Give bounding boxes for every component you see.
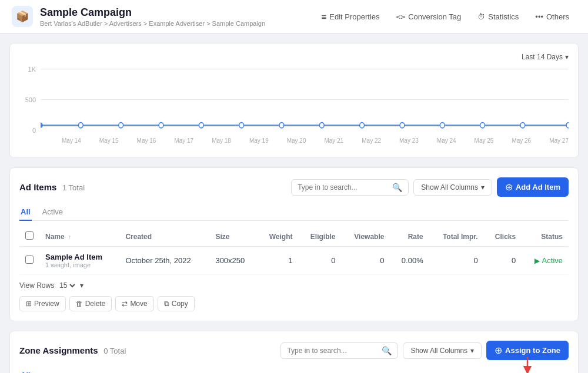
- chevron-down-icon: ▾: [565, 53, 569, 61]
- plus-icon: ⊕: [505, 182, 513, 193]
- y-label-0: 0: [19, 127, 36, 134]
- menu-icon: ≡: [322, 12, 327, 22]
- delete-button[interactable]: 🗑 Delete: [69, 296, 112, 311]
- date-range-button[interactable]: Last 14 Days ▾: [522, 53, 569, 61]
- show-all-columns-button[interactable]: Show All Columns ▾: [413, 179, 492, 196]
- search-icon: 🔍: [382, 346, 392, 355]
- svg-point-13: [440, 123, 445, 128]
- svg-point-8: [239, 123, 244, 128]
- ad-items-search-box: 🔍: [291, 179, 409, 196]
- copy-button[interactable]: ⧉ Copy: [158, 296, 195, 311]
- row-total-impr: 0: [429, 247, 484, 275]
- tab-all[interactable]: All: [19, 204, 32, 221]
- row-rate: 0.00%: [390, 247, 429, 275]
- ad-items-tabs: All Active: [19, 204, 569, 221]
- clock-icon: ⏱: [477, 12, 485, 21]
- header-left: 📦 Sample Campaign Bert Varlas's AdButler…: [12, 6, 265, 27]
- col-eligible: Eligible: [299, 227, 342, 247]
- row-clicks: 0: [484, 247, 522, 275]
- svg-point-4: [78, 123, 83, 128]
- chevron-down-icon: ▾: [481, 183, 485, 191]
- svg-point-12: [400, 123, 405, 128]
- move-button[interactable]: ⇄ Move: [115, 296, 153, 311]
- date-range-label: Last 14 Days: [522, 53, 563, 61]
- svg-point-11: [360, 123, 365, 128]
- svg-point-16: [566, 123, 569, 128]
- chevron-down-icon: ▾: [80, 281, 83, 290]
- chart-y-labels: 1K 500 0: [19, 66, 36, 148]
- page-title: Sample Campaign: [40, 6, 265, 19]
- select-all-checkbox[interactable]: [25, 231, 34, 240]
- row-checkbox[interactable]: [25, 256, 34, 264]
- table-header-row: Name ↑ Created Size Weight Eligible View…: [19, 227, 569, 247]
- view-rows-label: View Rows: [19, 281, 54, 290]
- zone-assignments-controls: 🔍 Show All Columns ▾ ⊕ Assign to Zone: [280, 341, 569, 360]
- row-created: October 25th, 2022: [119, 247, 209, 275]
- svg-point-10: [319, 123, 324, 128]
- row-viewable: 0: [342, 247, 390, 275]
- app-header: 📦 Sample Campaign Bert Varlas's AdButler…: [0, 0, 588, 33]
- row-checkbox-cell: [19, 247, 39, 275]
- row-weight: 1: [258, 247, 299, 275]
- ad-items-count: 1 Total: [62, 183, 85, 192]
- svg-point-15: [520, 123, 525, 128]
- col-size: Size: [209, 227, 257, 247]
- action-buttons: ⊞ Preview 🗑 Delete ⇄ Move ⧉ Copy: [19, 296, 569, 311]
- chart-container: 1K 500 0: [19, 66, 569, 148]
- col-weight: Weight: [258, 227, 299, 247]
- ad-items-table-head: Name ↑ Created Size Weight Eligible View…: [19, 227, 569, 247]
- col-rate: Rate: [390, 227, 429, 247]
- ad-items-controls: 🔍 Show All Columns ▾ ⊕ Add Ad Item: [291, 177, 569, 197]
- col-clicks: Clicks: [484, 227, 522, 247]
- statistics-button[interactable]: ⏱ Statistics: [470, 9, 526, 25]
- breadcrumb: Bert Varlas's AdButler > Advertisers > E…: [40, 20, 265, 27]
- edit-properties-button[interactable]: ≡ Edit Properties: [315, 8, 387, 25]
- svg-point-5: [119, 123, 123, 128]
- zone-assignments-card: Zone Assignments 0 Total 🔍 Show All Colu…: [9, 331, 579, 373]
- zone-search-input[interactable]: [287, 347, 378, 355]
- row-eligible: 0: [299, 247, 342, 275]
- ad-items-table-body: Sample Ad Item 1 weight, image October 2…: [19, 247, 569, 275]
- row-status: ▶ Active: [522, 247, 569, 275]
- view-rows-section: View Rows 15 25 50 ▾: [19, 281, 569, 290]
- col-status: Status: [522, 227, 569, 247]
- main-content: Last 14 Days ▾ 1K 500 0: [0, 33, 588, 373]
- zone-tab-all[interactable]: All: [19, 367, 32, 373]
- search-icon: 🔍: [392, 183, 402, 192]
- play-icon: ▶: [534, 257, 540, 265]
- chart-svg: [41, 66, 569, 133]
- y-label-500: 500: [19, 96, 36, 103]
- preview-button[interactable]: ⊞ Preview: [19, 296, 66, 311]
- col-name: Name ↑: [39, 227, 119, 247]
- add-ad-item-button[interactable]: ⊕ Add Ad Item: [497, 177, 569, 197]
- tab-active[interactable]: Active: [41, 204, 64, 221]
- col-total-impr: Total Impr.: [429, 227, 484, 247]
- others-button[interactable]: ••• Others: [528, 9, 576, 25]
- zone-tabs: All: [19, 367, 569, 373]
- ad-items-header: Ad Items 1 Total 🔍 Show All Columns ▾ ⊕ …: [19, 177, 569, 197]
- row-size: 300x250: [209, 247, 257, 275]
- y-label-1k: 1K: [19, 66, 36, 73]
- ad-items-card: Ad Items 1 Total 🔍 Show All Columns ▾ ⊕ …: [9, 167, 579, 321]
- view-rows-select[interactable]: 15 25 50: [57, 281, 77, 290]
- delete-icon: 🗑: [76, 300, 83, 308]
- svg-point-6: [159, 123, 163, 128]
- assign-to-zone-area: ⊕ Assign to Zone: [486, 341, 569, 360]
- chart-card: Last 14 Days ▾ 1K 500 0: [9, 43, 579, 158]
- col-created: Created: [119, 227, 209, 247]
- svg-point-7: [199, 123, 203, 128]
- conversion-tag-button[interactable]: <> Conversion Tag: [389, 9, 469, 25]
- ad-items-search-input[interactable]: [298, 183, 389, 191]
- move-icon: ⇄: [122, 300, 128, 308]
- logo-icon: 📦: [16, 10, 29, 23]
- row-name-cell: Sample Ad Item 1 weight, image: [39, 247, 119, 275]
- select-all-header: [19, 227, 39, 247]
- logo-box: 📦: [12, 6, 33, 27]
- zone-show-all-columns-button[interactable]: Show All Columns ▾: [403, 342, 482, 359]
- header-title-section: Sample Campaign Bert Varlas's AdButler >…: [40, 6, 265, 27]
- chart-header: Last 14 Days ▾: [19, 53, 569, 61]
- svg-point-14: [480, 123, 485, 128]
- col-viewable: Viewable: [342, 227, 390, 247]
- zone-assignments-count: 0 Total: [103, 347, 126, 355]
- zone-assignments-title: Zone Assignments: [19, 345, 98, 355]
